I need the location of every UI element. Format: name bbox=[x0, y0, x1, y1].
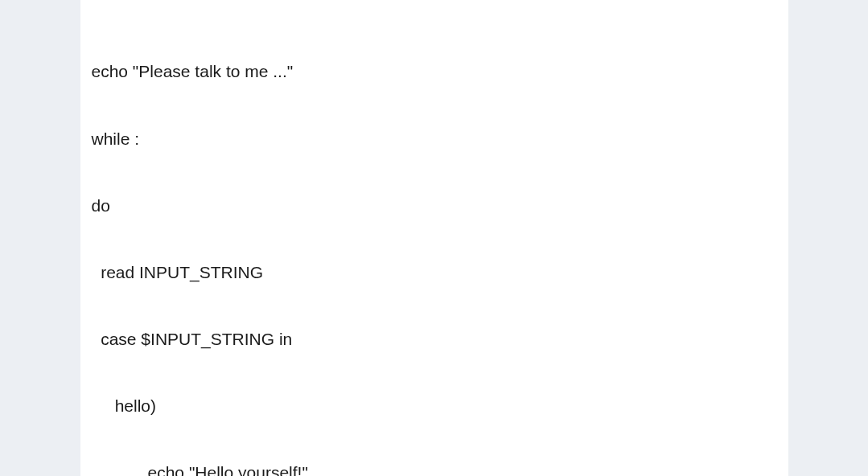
code-container: echo "Please talk to me ..." while : do … bbox=[80, 0, 788, 476]
code-line: echo "Hello yourself!" bbox=[92, 462, 777, 476]
code-line: do bbox=[92, 195, 777, 217]
code-line: echo "Please talk to me ..." bbox=[92, 60, 777, 83]
code-block: echo "Please talk to me ..." while : do … bbox=[92, 16, 777, 476]
code-line: case $INPUT_STRING in bbox=[92, 328, 777, 351]
code-line: read INPUT_STRING bbox=[92, 261, 777, 284]
code-line: hello) bbox=[92, 395, 777, 417]
code-line: while : bbox=[92, 128, 777, 150]
